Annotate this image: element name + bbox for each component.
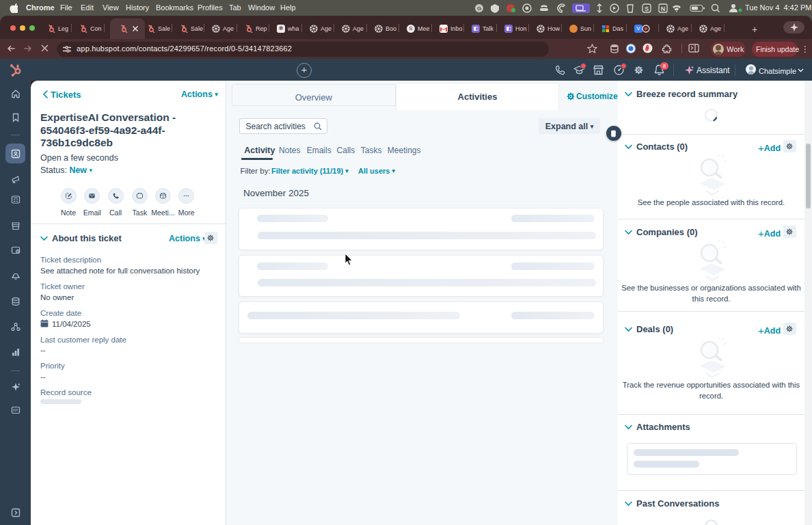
svg-text:S: S: [645, 5, 649, 12]
svg-text:G: G: [477, 5, 481, 12]
svg-text:KPI: KPI: [13, 409, 18, 412]
svg-text:N: N: [661, 5, 666, 12]
